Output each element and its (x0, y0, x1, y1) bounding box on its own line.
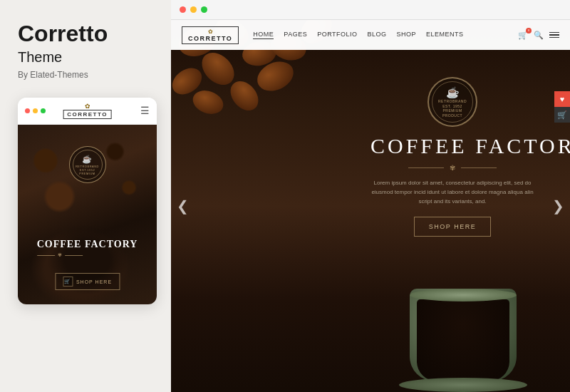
cup-saucer (399, 378, 527, 392)
left-panel: Corretto Theme By Elated-Themes ✿ CORRET… (0, 0, 171, 392)
hero-divider: ✾ (370, 164, 534, 172)
mobile-badge-text: RETROBRANDEST.1952PREMIUM (76, 165, 99, 175)
hero-badge: ☕ RETROBRANDEST. 1952PREMIUM PRODUCT (428, 77, 477, 127)
mobile-logo-leaf-icon: ✿ (85, 103, 90, 110)
hero-badge-bean-icon: ☕ (446, 86, 460, 99)
nav-link-home[interactable]: HOME (253, 31, 274, 39)
nav-link-shop[interactable]: SHOP (397, 31, 417, 39)
browser-chrome (171, 0, 570, 20)
hamburger-line-2 (549, 34, 559, 36)
desktop-mockup: ✿ CORRETTO HOME PAGES PORTFOLIO BLOG SHO… (171, 0, 570, 392)
mobile-mockup: ✿ CORRETTO ☰ ☕ RETROBRANDEST.1952PREMIUM… (18, 98, 157, 304)
cart-badge: 0 (526, 28, 532, 33)
mobile-divider-line-left (37, 255, 55, 256)
nav-bar: ✿ CORRETTO HOME PAGES PORTFOLIO BLOG SHO… (171, 20, 570, 50)
hero-badge-inner: ☕ RETROBRANDEST. 1952PREMIUM PRODUCT (432, 81, 473, 123)
browser-dot-red (180, 6, 186, 13)
hero-badge-text: RETROBRANDEST. 1952PREMIUM PRODUCT (432, 99, 472, 118)
hero-arrow-right[interactable]: ❯ (552, 197, 564, 215)
side-cart-button[interactable]: 🛒 (554, 107, 570, 123)
hero-description: Lorem ipsum dolor sit amet, consectetur … (370, 179, 534, 206)
mobile-hero: ☕ RETROBRANDEST.1952PREMIUM COFFEE FACTO… (18, 125, 157, 304)
nav-search-button[interactable]: 🔍 (534, 31, 544, 40)
hero-content: ☕ RETROBRANDEST. 1952PREMIUM PRODUCT COF… (370, 77, 534, 237)
mobile-dot-green (41, 108, 46, 113)
hero-arrow-left[interactable]: ❮ (177, 197, 189, 215)
nav-links: HOME PAGES PORTFOLIO BLOG SHOP ELEMENTS (253, 31, 518, 39)
right-panel: ✿ CORRETTO HOME PAGES PORTFOLIO BLOG SHO… (171, 0, 570, 392)
mobile-hero-divider: ✾ (37, 252, 138, 258)
nav-logo-leaf-icon: ✿ (208, 29, 213, 35)
nav-cart-button[interactable]: 🛒 0 (518, 31, 528, 40)
hero-divider-icon: ✾ (450, 164, 455, 172)
nav-link-blog[interactable]: BLOG (368, 31, 387, 39)
mobile-coffee-badge: ☕ RETROBRANDEST.1952PREMIUM (69, 146, 106, 183)
theme-subtitle: Theme (18, 49, 153, 66)
mobile-hamburger-icon[interactable]: ☰ (140, 105, 150, 117)
mobile-divider-icon: ✾ (58, 252, 62, 258)
hamburger-line-1 (549, 32, 559, 33)
hamburger-line-3 (549, 37, 559, 38)
mobile-shop-text: SHOP HERE (76, 279, 112, 284)
nav-hamburger-menu[interactable] (549, 32, 559, 38)
side-wishlist-button[interactable]: ♥ (554, 91, 570, 107)
cup-body (410, 289, 517, 381)
mobile-shop-icon: 🛒 (63, 277, 73, 287)
hero-title: COFFEE FACTORY (370, 134, 534, 158)
nav-link-elements[interactable]: ELEMENTS (426, 31, 464, 39)
mobile-shop-button[interactable]: 🛒 SHOP HERE (55, 273, 120, 290)
mobile-top-bar: ✿ CORRETTO ☰ (18, 98, 157, 125)
mobile-divider-line-right (65, 255, 83, 256)
nav-link-portfolio[interactable]: PORTFOLIO (317, 31, 357, 39)
mobile-dot-yellow (33, 108, 38, 113)
mobile-badge-inner: ☕ RETROBRANDEST.1952PREMIUM (73, 150, 103, 180)
side-actions: ♥ 🛒 (554, 91, 570, 123)
coffee-cup-area (392, 214, 549, 392)
nav-logo-text: CORRETTO (188, 35, 232, 42)
browser-dot-green (201, 6, 207, 13)
hero-divider-line-left (408, 167, 444, 168)
cup-liquid (417, 299, 509, 381)
nav-logo[interactable]: ✿ CORRETTO (182, 26, 239, 44)
theme-title: Corretto (18, 21, 153, 46)
bean-10 (190, 86, 227, 118)
mobile-bean-icon: ☕ (82, 155, 92, 164)
website-content: ✿ CORRETTO HOME PAGES PORTFOLIO BLOG SHO… (171, 20, 570, 392)
mobile-hero-title: COFFEE FACTORY (37, 239, 138, 250)
mobile-window-controls (25, 108, 46, 113)
mobile-logo-text: CORRETTO (63, 110, 112, 119)
nav-icons: 🛒 0 🔍 (518, 31, 559, 40)
theme-author: By Elated-Themes (18, 70, 153, 80)
nav-link-pages[interactable]: PAGES (284, 31, 307, 39)
mobile-hero-title-area: COFFEE FACTORY ✾ (37, 239, 138, 258)
hero-shop-button[interactable]: SHOP HERE (414, 217, 491, 237)
cup-rim (410, 289, 517, 301)
hero-divider-line-right (461, 167, 497, 168)
mobile-dot-red (25, 108, 30, 113)
mobile-logo: ✿ CORRETTO (63, 103, 112, 119)
browser-dot-yellow (190, 6, 197, 13)
